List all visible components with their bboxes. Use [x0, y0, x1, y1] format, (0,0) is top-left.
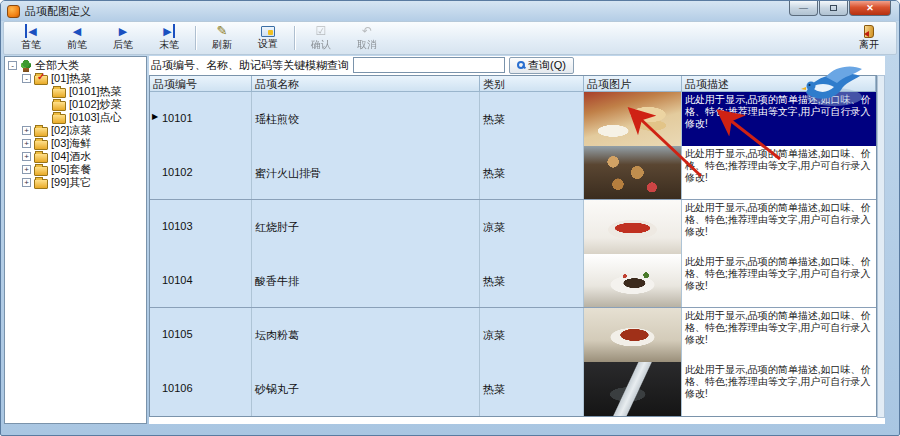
cell-category: 热菜: [480, 254, 584, 307]
window-title: 品项配图定义: [25, 4, 91, 19]
cell-item-name: 酸香牛排: [252, 254, 480, 307]
title-bar: 品项配图定义 — ✕: [1, 1, 899, 21]
vertical-scrollbar[interactable]: [877, 75, 885, 418]
settings-icon: [261, 26, 275, 37]
table-row[interactable]: 10102蜜汁火山排骨热菜此处用于显示,品项的简单描述,如口味、价格、特色;推荐…: [150, 146, 876, 200]
query-button[interactable]: 查询(Q): [509, 57, 574, 74]
cell-item-name: 砂锅丸子: [252, 362, 480, 416]
tree-expander[interactable]: +: [22, 178, 31, 187]
folder-icon: [34, 75, 48, 85]
cell-item-name: 蜜汁火山排骨: [252, 146, 480, 199]
rib-skewers-photo: [584, 146, 681, 199]
exit-button[interactable]: 离开: [846, 23, 892, 53]
cancel-icon: ↶: [362, 24, 372, 38]
search-input[interactable]: [353, 57, 505, 73]
tree-expander[interactable]: +: [22, 165, 31, 174]
toolbar-button-label: 离开: [859, 38, 879, 52]
last-icon: ▶: [163, 24, 174, 38]
settings-button[interactable]: 设置: [245, 23, 291, 53]
magnifier-icon: [517, 61, 525, 69]
column-header-0[interactable]: 品项编号: [150, 76, 252, 92]
refresh-icon: ✎: [217, 24, 228, 38]
cell-item-description[interactable]: 此处用于显示,品项的简单描述,如口味、价格、特色;推荐理由等文字,用户可自行录入…: [682, 146, 876, 199]
cell-item-photo: [584, 200, 682, 254]
toolbar-button-label: 后笔: [113, 38, 133, 52]
app-icon: [7, 5, 20, 18]
cell-category: 凉菜: [480, 308, 584, 362]
column-header-3[interactable]: 品项图片: [584, 76, 682, 92]
first-icon: ◀: [25, 24, 36, 38]
column-header-2[interactable]: 类别: [480, 76, 584, 92]
cell-category: 热菜: [480, 362, 584, 416]
folder-icon: [52, 101, 66, 111]
toolbar-button-label: 刷新: [212, 38, 232, 52]
cell-item-code: 10101▶: [150, 92, 252, 146]
cell-item-code: 10102: [150, 146, 252, 199]
toolbar-button-label: 设置: [258, 37, 278, 51]
folder-icon: [34, 153, 48, 163]
previous-record-button[interactable]: ◀前笔: [54, 23, 100, 53]
toolbar-button-label: 确认: [311, 38, 331, 52]
toolbar-button-label: 首笔: [21, 38, 41, 52]
first-record-button[interactable]: ◀首笔: [8, 23, 54, 53]
table-row[interactable]: 10104酸香牛排热菜此处用于显示,品项的简单描述,如口味、价格、特色;推荐理由…: [150, 254, 876, 308]
tree-expander[interactable]: +: [22, 152, 31, 161]
toolbar-button-label: 末笔: [159, 38, 179, 52]
cell-item-description[interactable]: 此处用于显示,品项的简单描述,如口味、价格、特色;推荐理由等文字,用户可自行录入…: [682, 308, 876, 362]
table-row[interactable]: 10106砂锅丸子热菜此处用于显示,品项的简单描述,如口味、价格、特色;推荐理由…: [150, 362, 876, 416]
braised-fish-photo: [584, 200, 681, 254]
items-grid: 品项编号品项名称类别品项图片品项描述 10101▶瑶柱煎饺热菜此处用于显示,品项…: [149, 75, 877, 417]
column-header-1[interactable]: 品项名称: [252, 76, 480, 92]
cell-item-description[interactable]: 此处用于显示,品项的简单描述,如口味、价格、特色;推荐理由等文字,用户可自行录入…: [682, 200, 876, 254]
cell-item-photo: [584, 146, 682, 199]
minimize-button[interactable]: —: [789, 1, 818, 16]
close-button[interactable]: ✕: [849, 1, 891, 16]
tree-expander[interactable]: -: [8, 61, 17, 70]
table-row[interactable]: 10105坛肉粉葛凉菜此处用于显示,品项的简单描述,如口味、价格、特色;推荐理由…: [150, 308, 876, 362]
tree-expander[interactable]: +: [22, 139, 31, 148]
last-record-button[interactable]: ▶末笔: [146, 23, 192, 53]
refresh-button[interactable]: ✎刷新: [199, 23, 245, 53]
braised-pork-photo: [584, 308, 681, 362]
confirm-icon: ☑: [316, 24, 327, 38]
hotpot-photo: [584, 362, 681, 416]
cell-item-description[interactable]: 此处用于显示,品项的简单描述,如口味、价格、特色;推荐理由等文字,用户可自行录入…: [682, 92, 876, 146]
folder-icon: [52, 88, 66, 98]
maximize-button[interactable]: [819, 1, 848, 16]
folder-icon: [34, 127, 48, 137]
cell-item-code: 10103: [150, 200, 252, 254]
tree-expander[interactable]: -: [22, 74, 31, 83]
cell-item-photo: [584, 254, 682, 307]
table-row[interactable]: 10103红烧肘子凉菜此处用于显示,品项的简单描述,如口味、价格、特色;推荐理由…: [150, 200, 876, 254]
folder-icon: [34, 166, 48, 176]
cell-item-description[interactable]: 此处用于显示,品项的简单描述,如口味、价格、特色;推荐理由等文字,用户可自行录入…: [682, 362, 876, 416]
cell-item-photo: [584, 308, 682, 362]
cell-item-photo: [584, 92, 682, 146]
steak-photo: [584, 254, 681, 307]
main-panel: 品项编号、名称、助记码等关键模糊查询 查询(Q) 品项编号品项名称类别品项图片品…: [149, 56, 885, 424]
cell-item-code: 10104: [150, 254, 252, 307]
grid-header: 品项编号品项名称类别品项图片品项描述: [150, 76, 876, 92]
table-row[interactable]: 10101▶瑶柱煎饺热菜此处用于显示,品项的简单描述,如口味、价格、特色;推荐理…: [150, 92, 876, 146]
folder-icon: [34, 140, 48, 150]
sidebar-item-8[interactable]: +[99]其它: [7, 176, 146, 189]
cell-category: 热菜: [480, 92, 584, 146]
column-header-4[interactable]: 品项描述: [682, 76, 876, 92]
tree-expander[interactable]: +: [22, 126, 31, 135]
toolbar: ◀首笔◀前笔▶后笔▶末笔✎刷新设置☑确认↶取消离开: [3, 21, 897, 55]
cell-item-description[interactable]: 此处用于显示,品项的简单描述,如口味、价格、特色;推荐理由等文字,用户可自行录入…: [682, 254, 876, 307]
next-icon: ▶: [119, 24, 127, 38]
confirm-button: ☑确认: [298, 23, 344, 53]
next-record-button[interactable]: ▶后笔: [100, 23, 146, 53]
folder-icon: [52, 114, 66, 124]
category-tree: -全部大类-[01]热菜[0101]热菜[0102]炒菜[0103]点心+[02…: [4, 56, 147, 424]
prev-icon: ◀: [73, 24, 81, 38]
cell-category: 热菜: [480, 146, 584, 199]
cancel-button: ↶取消: [344, 23, 390, 53]
toolbar-button-label: 前笔: [67, 38, 87, 52]
maximize-icon: [830, 5, 837, 11]
cell-item-name: 瑶柱煎饺: [252, 92, 480, 146]
tree-root-icon: [20, 60, 32, 72]
exit-icon: [864, 25, 874, 38]
toolbar-separator: [294, 26, 295, 50]
